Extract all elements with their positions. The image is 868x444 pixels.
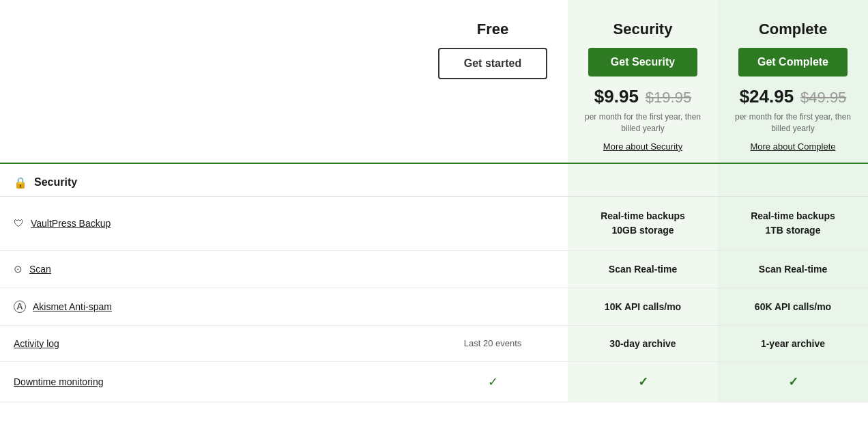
akismet-link[interactable]: Akismet Anti-spam bbox=[33, 301, 112, 312]
activity-security-value: 30-day archive bbox=[609, 338, 676, 349]
table-grid: Free Get started Security Get Security $… bbox=[0, 0, 868, 402]
feature-downtime-free: ✓ bbox=[418, 362, 568, 402]
lock-icon: 🔒 bbox=[14, 176, 27, 189]
section-title: Security bbox=[34, 176, 77, 189]
complete-price-note: per month for the first year, then bille… bbox=[732, 111, 854, 135]
get-started-button[interactable]: Get started bbox=[438, 48, 547, 79]
shield-icon: 🛡 bbox=[14, 217, 24, 229]
feature-scan-label: ⊙ Scan bbox=[0, 251, 418, 288]
get-security-button[interactable]: Get Security bbox=[588, 48, 697, 77]
free-plan-name: Free bbox=[431, 20, 554, 38]
feature-downtime-label: Downtime monitoring bbox=[0, 362, 418, 402]
section-header-security bbox=[568, 163, 718, 197]
vaultpress-link[interactable]: VaultPress Backup bbox=[31, 218, 111, 229]
downtime-complete-check: ✓ bbox=[788, 374, 798, 389]
complete-more-link[interactable]: More about Complete bbox=[732, 141, 854, 152]
vaultpress-complete-value: Real-time backups1TB storage bbox=[751, 209, 835, 238]
get-complete-button[interactable]: Get Complete bbox=[738, 48, 848, 77]
feature-activity-security: 30-day archive bbox=[568, 326, 718, 362]
section-header-feature: 🔒 Security bbox=[0, 163, 418, 197]
feature-activity-complete: 1-year archive bbox=[718, 326, 868, 362]
feature-akismet-label: A Akismet Anti-spam bbox=[0, 288, 418, 326]
scan-icon: ⊙ bbox=[14, 263, 23, 275]
header-free: Free Get started bbox=[418, 0, 568, 163]
scan-complete-value: Scan Real-time bbox=[759, 264, 827, 275]
akismet-complete-value: 60K API calls/mo bbox=[755, 301, 831, 312]
feature-vaultpress-free bbox=[418, 197, 568, 251]
security-price-original: $19.95 bbox=[646, 89, 691, 106]
feature-akismet-free bbox=[418, 288, 568, 326]
akismet-icon: A bbox=[14, 301, 26, 313]
feature-activity-label: Activity log bbox=[0, 326, 418, 362]
header-security: Security Get Security $9.95 $19.95 per m… bbox=[568, 0, 718, 163]
downtime-security-check: ✓ bbox=[638, 374, 648, 389]
feature-scan-free bbox=[418, 251, 568, 288]
section-header-complete bbox=[718, 163, 868, 197]
feature-activity-free: Last 20 events bbox=[418, 326, 568, 362]
security-price-row: $9.95 $19.95 bbox=[581, 86, 704, 107]
feature-vaultpress-label: 🛡 VaultPress Backup bbox=[0, 197, 418, 251]
feature-akismet-complete: 60K API calls/mo bbox=[718, 288, 868, 326]
scan-link[interactable]: Scan bbox=[29, 264, 51, 275]
activity-complete-value: 1-year archive bbox=[761, 338, 825, 349]
feature-downtime-complete: ✓ bbox=[718, 362, 868, 402]
complete-price-row: $24.95 $49.95 bbox=[732, 86, 854, 107]
header-complete: Complete Get Complete $24.95 $49.95 per … bbox=[718, 0, 868, 163]
security-price-current: $9.95 bbox=[594, 86, 639, 107]
section-header-free bbox=[418, 163, 568, 197]
feature-akismet-security: 10K API calls/mo bbox=[568, 288, 718, 326]
downtime-free-check: ✓ bbox=[488, 374, 498, 389]
feature-vaultpress-complete: Real-time backups1TB storage bbox=[718, 197, 868, 251]
complete-plan-name: Complete bbox=[732, 20, 854, 38]
feature-downtime-security: ✓ bbox=[568, 362, 718, 402]
vaultpress-security-value: Real-time backups10GB storage bbox=[601, 209, 685, 238]
feature-vaultpress-security: Real-time backups10GB storage bbox=[568, 197, 718, 251]
complete-price-original: $49.95 bbox=[800, 89, 846, 106]
scan-security-value: Scan Real-time bbox=[609, 264, 677, 275]
feature-scan-complete: Scan Real-time bbox=[718, 251, 868, 288]
complete-price-current: $24.95 bbox=[740, 86, 794, 107]
feature-scan-security: Scan Real-time bbox=[568, 251, 718, 288]
downtime-monitoring-link[interactable]: Downtime monitoring bbox=[14, 376, 104, 387]
akismet-security-value: 10K API calls/mo bbox=[605, 301, 681, 312]
security-price-note: per month for the first year, then bille… bbox=[581, 111, 704, 135]
activity-free-value: Last 20 events bbox=[464, 338, 522, 348]
activity-log-link[interactable]: Activity log bbox=[14, 338, 59, 349]
security-plan-name: Security bbox=[581, 20, 704, 38]
security-more-link[interactable]: More about Security bbox=[581, 141, 704, 152]
pricing-table: Free Get started Security Get Security $… bbox=[0, 0, 868, 444]
header-feature-col bbox=[0, 0, 418, 163]
